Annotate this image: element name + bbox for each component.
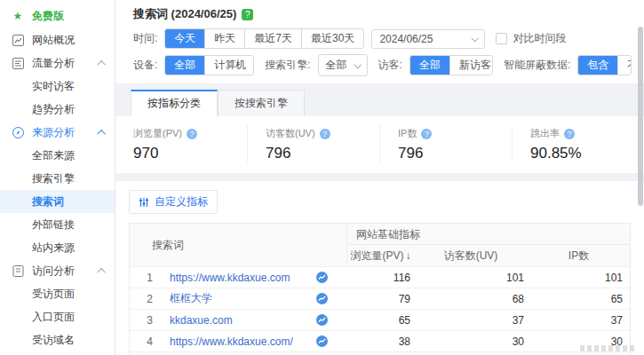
time-option-last7days[interactable]: 最近7天 (245, 29, 302, 48)
info-icon[interactable]: ? (320, 129, 330, 139)
visitor-filter-label: 访客: (378, 58, 402, 73)
device-option-pc[interactable]: 计算机 (205, 56, 254, 75)
column-header-label: IP数 (568, 249, 589, 262)
traffic-icon (12, 57, 24, 69)
chart-icon (12, 34, 24, 46)
cell-pv: 38 (347, 335, 414, 348)
shield-segmented: 包含 不包含 (577, 55, 632, 75)
shield-option-exclude[interactable]: 不包含 (618, 56, 632, 75)
metric-value: 796 (266, 145, 379, 162)
search-term-link[interactable]: 框框大学 (170, 291, 316, 306)
metric-label: 跳出率 (530, 127, 560, 140)
sidebar-item-visit-analysis[interactable]: 访问分析 (0, 259, 115, 282)
table-row: 5 框框大学网站 26 19 19 (130, 351, 630, 355)
row-index: 1 (130, 272, 170, 284)
sort-desc-icon[interactable]: ↓ (406, 249, 411, 262)
date-picker[interactable]: 2024/06/25 (371, 29, 485, 49)
cell-pv: 65 (347, 314, 414, 327)
cell-uv: 68 (414, 293, 528, 305)
visitor-option-new[interactable]: 新访客 (450, 56, 493, 75)
metric-label: 访客数(UV) (266, 127, 315, 140)
sidebar-item-search-engines[interactable]: 搜索引擎 (0, 167, 115, 190)
info-icon[interactable]: ? (421, 129, 432, 139)
trend-chart-icon[interactable] (316, 314, 328, 326)
metric-value: 796 (398, 145, 512, 162)
metric-label: 浏览量(PV) (133, 127, 182, 140)
sidebar-item-internal-sources[interactable]: 站内来源 (0, 236, 115, 259)
trend-chart-icon[interactable] (316, 335, 328, 347)
time-range-segmented: 今天 昨天 最近7天 最近30天 (164, 28, 364, 49)
row-index: 3 (130, 314, 170, 327)
time-option-last30days[interactable]: 最近30天 (302, 29, 363, 48)
trend-chart-icon[interactable] (316, 293, 328, 304)
sidebar-item-label: 搜索词 (32, 194, 64, 209)
cell-ip: 37 (528, 314, 630, 327)
sidebar-item-visited-domains[interactable]: 受访域名 (0, 328, 115, 351)
metric-card-pv: 浏览量(PV)? 970 (115, 125, 247, 162)
sidebar-item-visited-pages[interactable]: 受访页面 (0, 282, 115, 305)
sidebar-item-search-terms[interactable]: 搜索词 (0, 190, 115, 213)
search-term-link[interactable]: kkdaxue.com (170, 314, 316, 327)
sidebar-item-trend-analysis[interactable]: 趋势分析 (0, 98, 115, 121)
custom-metrics-label: 自定义指标 (155, 194, 208, 209)
search-term-link[interactable]: https://www.kkdaxue.com/ (170, 335, 316, 348)
engine-select[interactable]: 全部 (318, 54, 368, 76)
sidebar-item-label: 来源分析 (32, 125, 75, 140)
tab-by-metric[interactable]: 按指标分类 (131, 90, 218, 116)
device-option-all[interactable]: 全部 (165, 56, 205, 75)
time-option-yesterday[interactable]: 昨天 (205, 29, 245, 48)
search-term-link[interactable]: https://www.kkdaxue.com (170, 272, 316, 284)
metric-label: IP数 (398, 127, 417, 140)
help-icon[interactable]: ? (242, 9, 253, 20)
sidebar-item-external-links[interactable]: 外部链接 (0, 213, 115, 236)
date-picker-value: 2024/06/25 (379, 33, 433, 45)
time-filter-label: 时间: (133, 31, 157, 46)
info-icon[interactable]: ? (564, 129, 575, 139)
sidebar-item-label: 站内来源 (32, 241, 75, 256)
visitor-segmented: 全部 新访客 老访客 (409, 55, 493, 75)
metric-card-bounce-rate: 跳出率? 90.85% (512, 125, 644, 162)
tab-by-search-engine[interactable]: 按搜索引擎 (218, 90, 305, 116)
sidebar-item-all-sources[interactable]: 全部来源 (0, 144, 115, 167)
page-header: 搜索词 (2024/06/25) ? 时间: 今天 昨天 最近7天 最近30天 … (115, 0, 644, 83)
metric-value: 970 (133, 145, 247, 162)
device-filter-label: 设备: (133, 58, 157, 73)
custom-metrics-button[interactable]: 自定义指标 (129, 190, 218, 214)
column-header-label: 访客数(UV) (444, 249, 498, 262)
sidebar-item-traffic-analysis[interactable]: 流量分析 (0, 51, 115, 75)
column-header-pv[interactable]: 浏览量(PV)↓ (347, 245, 414, 266)
shield-option-include[interactable]: 包含 (578, 56, 618, 75)
sidebar-item-label: 全部来源 (32, 148, 75, 163)
metric-card-ip: IP数? 796 (379, 125, 512, 162)
vertical-scrollbar-thumb[interactable] (638, 27, 643, 206)
column-header-ip: IP数 (528, 245, 630, 266)
visitor-option-all[interactable]: 全部 (410, 56, 450, 75)
sidebar-item-realtime-visitors[interactable]: 实时访客 (0, 75, 115, 98)
compare-period-control[interactable]: 对比时间段 (496, 31, 566, 46)
info-icon[interactable]: ? (187, 129, 197, 139)
sliders-icon (139, 197, 149, 208)
chevron-up-icon (97, 129, 106, 138)
time-option-today[interactable]: 今天 (165, 29, 205, 48)
compare-period-label: 对比时间段 (513, 31, 566, 46)
sidebar: ★ 免费版 网站概况 流量分析 实时访客 趋势分析 来源分析 全部来源 搜索引 (0, 0, 115, 355)
sidebar-item-site-overview[interactable]: 网站概况 (0, 28, 115, 51)
table-row: 2 框框大学 79 68 65 (130, 288, 630, 309)
engine-select-value: 全部 (326, 58, 347, 73)
watermark (580, 345, 635, 351)
sidebar-item-entry-pages[interactable]: 入口页面 (0, 305, 115, 328)
sidebar-item-source-analysis[interactable]: 来源分析 (0, 121, 115, 144)
cell-uv: 37 (414, 314, 528, 327)
sidebar-item-page-flow[interactable]: 页面上下游 (0, 351, 115, 355)
sidebar-item-label: 受访域名 (32, 333, 75, 348)
sidebar-item-free-version[interactable]: ★ 免费版 (0, 4, 115, 28)
table-header: 搜索词 网站基础指标 浏览量(PV)↓ 访客数(UV) IP数 (130, 224, 630, 266)
trend-chart-icon[interactable] (316, 272, 328, 283)
device-segmented: 全部 计算机 移动设备 (164, 55, 254, 75)
cell-ip: 65 (528, 293, 630, 305)
metric-summary: 浏览量(PV)? 970 访客数(UV)? 796 IP数? 796 跳出率? … (115, 116, 644, 173)
sidebar-item-label: 搜索引擎 (32, 171, 75, 186)
compare-period-checkbox[interactable] (496, 33, 507, 44)
table-row: 1 https://www.kkdaxue.com 116 101 101 (130, 266, 630, 288)
shield-filter-label: 智能屏蔽数据: (504, 58, 570, 73)
